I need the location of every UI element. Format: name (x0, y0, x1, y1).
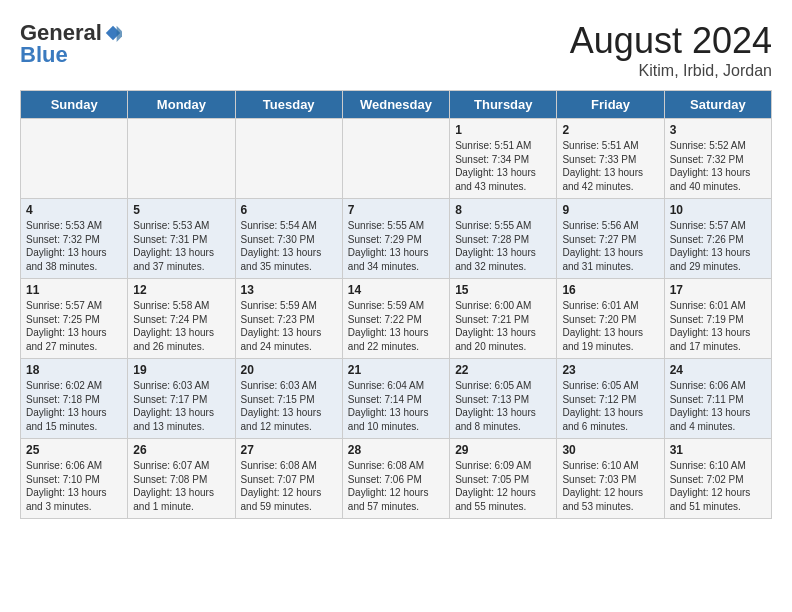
day-number: 15 (455, 283, 551, 297)
calendar-cell: 12Sunrise: 5:58 AM Sunset: 7:24 PM Dayli… (128, 279, 235, 359)
day-number: 26 (133, 443, 229, 457)
cell-content: Sunrise: 5:55 AM Sunset: 7:28 PM Dayligh… (455, 219, 551, 273)
weekday-header-sunday: Sunday (21, 91, 128, 119)
cell-content: Sunrise: 5:56 AM Sunset: 7:27 PM Dayligh… (562, 219, 658, 273)
month-title: August 2024 (570, 20, 772, 62)
calendar-cell: 23Sunrise: 6:05 AM Sunset: 7:12 PM Dayli… (557, 359, 664, 439)
cell-content: Sunrise: 6:10 AM Sunset: 7:02 PM Dayligh… (670, 459, 766, 513)
cell-content: Sunrise: 5:53 AM Sunset: 7:31 PM Dayligh… (133, 219, 229, 273)
cell-content: Sunrise: 6:03 AM Sunset: 7:17 PM Dayligh… (133, 379, 229, 433)
day-number: 27 (241, 443, 337, 457)
calendar-cell: 28Sunrise: 6:08 AM Sunset: 7:06 PM Dayli… (342, 439, 449, 519)
calendar-cell: 14Sunrise: 5:59 AM Sunset: 7:22 PM Dayli… (342, 279, 449, 359)
weekday-header-row: SundayMondayTuesdayWednesdayThursdayFrid… (21, 91, 772, 119)
day-number: 29 (455, 443, 551, 457)
calendar-cell: 8Sunrise: 5:55 AM Sunset: 7:28 PM Daylig… (450, 199, 557, 279)
calendar-cell: 11Sunrise: 5:57 AM Sunset: 7:25 PM Dayli… (21, 279, 128, 359)
logo: General Blue (20, 20, 122, 68)
weekday-header-monday: Monday (128, 91, 235, 119)
day-number: 4 (26, 203, 122, 217)
cell-content: Sunrise: 5:51 AM Sunset: 7:34 PM Dayligh… (455, 139, 551, 193)
cell-content: Sunrise: 6:05 AM Sunset: 7:12 PM Dayligh… (562, 379, 658, 433)
calendar-cell (128, 119, 235, 199)
cell-content: Sunrise: 5:55 AM Sunset: 7:29 PM Dayligh… (348, 219, 444, 273)
day-number: 21 (348, 363, 444, 377)
day-number: 30 (562, 443, 658, 457)
weekday-header-thursday: Thursday (450, 91, 557, 119)
calendar-cell: 3Sunrise: 5:52 AM Sunset: 7:32 PM Daylig… (664, 119, 771, 199)
day-number: 23 (562, 363, 658, 377)
calendar-cell: 30Sunrise: 6:10 AM Sunset: 7:03 PM Dayli… (557, 439, 664, 519)
cell-content: Sunrise: 6:06 AM Sunset: 7:11 PM Dayligh… (670, 379, 766, 433)
page-header: General Blue August 2024 Kitim, Irbid, J… (20, 20, 772, 80)
calendar-cell: 18Sunrise: 6:02 AM Sunset: 7:18 PM Dayli… (21, 359, 128, 439)
day-number: 2 (562, 123, 658, 137)
calendar-cell (235, 119, 342, 199)
cell-content: Sunrise: 5:57 AM Sunset: 7:26 PM Dayligh… (670, 219, 766, 273)
calendar-table: SundayMondayTuesdayWednesdayThursdayFrid… (20, 90, 772, 519)
logo-blue-text: Blue (20, 42, 68, 68)
day-number: 5 (133, 203, 229, 217)
cell-content: Sunrise: 5:59 AM Sunset: 7:22 PM Dayligh… (348, 299, 444, 353)
calendar-cell: 16Sunrise: 6:01 AM Sunset: 7:20 PM Dayli… (557, 279, 664, 359)
cell-content: Sunrise: 6:06 AM Sunset: 7:10 PM Dayligh… (26, 459, 122, 513)
cell-content: Sunrise: 5:53 AM Sunset: 7:32 PM Dayligh… (26, 219, 122, 273)
calendar-cell: 15Sunrise: 6:00 AM Sunset: 7:21 PM Dayli… (450, 279, 557, 359)
day-number: 18 (26, 363, 122, 377)
day-number: 13 (241, 283, 337, 297)
day-number: 3 (670, 123, 766, 137)
weekday-header-saturday: Saturday (664, 91, 771, 119)
calendar-week-row: 11Sunrise: 5:57 AM Sunset: 7:25 PM Dayli… (21, 279, 772, 359)
calendar-week-row: 4Sunrise: 5:53 AM Sunset: 7:32 PM Daylig… (21, 199, 772, 279)
cell-content: Sunrise: 6:02 AM Sunset: 7:18 PM Dayligh… (26, 379, 122, 433)
cell-content: Sunrise: 6:09 AM Sunset: 7:05 PM Dayligh… (455, 459, 551, 513)
title-block: August 2024 Kitim, Irbid, Jordan (570, 20, 772, 80)
cell-content: Sunrise: 5:52 AM Sunset: 7:32 PM Dayligh… (670, 139, 766, 193)
weekday-header-friday: Friday (557, 91, 664, 119)
calendar-cell: 2Sunrise: 5:51 AM Sunset: 7:33 PM Daylig… (557, 119, 664, 199)
day-number: 12 (133, 283, 229, 297)
cell-content: Sunrise: 6:08 AM Sunset: 7:06 PM Dayligh… (348, 459, 444, 513)
calendar-cell: 19Sunrise: 6:03 AM Sunset: 7:17 PM Dayli… (128, 359, 235, 439)
logo-icon (104, 24, 122, 42)
calendar-cell: 31Sunrise: 6:10 AM Sunset: 7:02 PM Dayli… (664, 439, 771, 519)
weekday-header-wednesday: Wednesday (342, 91, 449, 119)
calendar-cell: 25Sunrise: 6:06 AM Sunset: 7:10 PM Dayli… (21, 439, 128, 519)
calendar-cell: 10Sunrise: 5:57 AM Sunset: 7:26 PM Dayli… (664, 199, 771, 279)
day-number: 11 (26, 283, 122, 297)
cell-content: Sunrise: 6:03 AM Sunset: 7:15 PM Dayligh… (241, 379, 337, 433)
day-number: 9 (562, 203, 658, 217)
calendar-cell: 9Sunrise: 5:56 AM Sunset: 7:27 PM Daylig… (557, 199, 664, 279)
day-number: 7 (348, 203, 444, 217)
day-number: 19 (133, 363, 229, 377)
cell-content: Sunrise: 5:58 AM Sunset: 7:24 PM Dayligh… (133, 299, 229, 353)
cell-content: Sunrise: 6:00 AM Sunset: 7:21 PM Dayligh… (455, 299, 551, 353)
location: Kitim, Irbid, Jordan (570, 62, 772, 80)
day-number: 17 (670, 283, 766, 297)
weekday-header-tuesday: Tuesday (235, 91, 342, 119)
cell-content: Sunrise: 6:05 AM Sunset: 7:13 PM Dayligh… (455, 379, 551, 433)
calendar-cell: 1Sunrise: 5:51 AM Sunset: 7:34 PM Daylig… (450, 119, 557, 199)
calendar-cell: 13Sunrise: 5:59 AM Sunset: 7:23 PM Dayli… (235, 279, 342, 359)
cell-content: Sunrise: 6:08 AM Sunset: 7:07 PM Dayligh… (241, 459, 337, 513)
day-number: 31 (670, 443, 766, 457)
cell-content: Sunrise: 5:59 AM Sunset: 7:23 PM Dayligh… (241, 299, 337, 353)
cell-content: Sunrise: 6:07 AM Sunset: 7:08 PM Dayligh… (133, 459, 229, 513)
day-number: 6 (241, 203, 337, 217)
day-number: 10 (670, 203, 766, 217)
day-number: 14 (348, 283, 444, 297)
cell-content: Sunrise: 6:01 AM Sunset: 7:19 PM Dayligh… (670, 299, 766, 353)
day-number: 24 (670, 363, 766, 377)
cell-content: Sunrise: 6:04 AM Sunset: 7:14 PM Dayligh… (348, 379, 444, 433)
calendar-cell: 21Sunrise: 6:04 AM Sunset: 7:14 PM Dayli… (342, 359, 449, 439)
day-number: 16 (562, 283, 658, 297)
day-number: 22 (455, 363, 551, 377)
calendar-cell (21, 119, 128, 199)
calendar-cell: 6Sunrise: 5:54 AM Sunset: 7:30 PM Daylig… (235, 199, 342, 279)
calendar-week-row: 1Sunrise: 5:51 AM Sunset: 7:34 PM Daylig… (21, 119, 772, 199)
cell-content: Sunrise: 6:10 AM Sunset: 7:03 PM Dayligh… (562, 459, 658, 513)
svg-marker-1 (117, 26, 122, 42)
calendar-cell (342, 119, 449, 199)
calendar-cell: 5Sunrise: 5:53 AM Sunset: 7:31 PM Daylig… (128, 199, 235, 279)
day-number: 25 (26, 443, 122, 457)
